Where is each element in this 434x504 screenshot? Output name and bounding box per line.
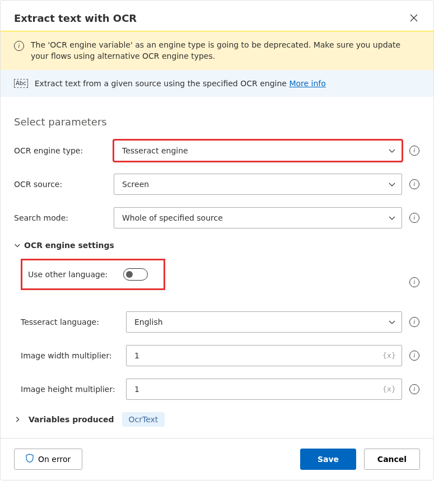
close-button[interactable] bbox=[408, 12, 420, 24]
dialog-body: Select parameters OCR engine type: Tesse… bbox=[1, 97, 433, 438]
ocr-engine-type-label: OCR engine type: bbox=[14, 146, 107, 155]
variable-badge: OcrText bbox=[122, 412, 165, 427]
ocr-engine-type-info[interactable]: i bbox=[409, 145, 420, 156]
cancel-button[interactable]: Cancel bbox=[364, 449, 420, 470]
tesseract-language-dropdown[interactable]: English bbox=[126, 311, 402, 333]
variable-picker-icon[interactable]: {x} bbox=[382, 351, 396, 360]
search-mode-row: Search mode: Whole of specified source i bbox=[14, 207, 420, 228]
chevron-down-icon bbox=[14, 242, 21, 249]
search-mode-dropdown[interactable]: Whole of specified source bbox=[114, 207, 402, 228]
tesseract-language-row: Tesseract language: English i bbox=[21, 311, 420, 333]
chevron-down-icon bbox=[388, 180, 396, 188]
image-height-mult-info[interactable]: i bbox=[409, 384, 420, 395]
ocr-engine-type-row: OCR engine type: Tesseract engine i bbox=[14, 140, 420, 161]
dialog: Extract text with OCR i The 'OCR engine … bbox=[0, 0, 434, 480]
deprecation-warning-banner: i The 'OCR engine variable' as an engine… bbox=[1, 31, 433, 70]
ocr-source-info[interactable]: i bbox=[409, 179, 420, 190]
image-width-mult-info[interactable]: i bbox=[409, 350, 420, 361]
more-info-link[interactable]: More info bbox=[289, 79, 325, 88]
use-other-language-info[interactable]: i bbox=[409, 277, 420, 288]
use-other-language-toggle[interactable] bbox=[123, 268, 148, 281]
chevron-down-icon bbox=[388, 147, 396, 155]
image-width-mult-row: Image width multiplier: 1 {x} i bbox=[21, 345, 420, 366]
ocr-engine-type-dropdown[interactable]: Tesseract engine bbox=[114, 140, 402, 161]
search-mode-label: Search mode: bbox=[14, 213, 107, 222]
tesseract-language-label: Tesseract language: bbox=[21, 318, 119, 326]
image-height-mult-label: Image height multiplier: bbox=[21, 385, 119, 394]
image-width-mult-label: Image width multiplier: bbox=[21, 351, 119, 360]
close-icon bbox=[410, 14, 418, 22]
search-mode-info[interactable]: i bbox=[409, 212, 420, 223]
variables-produced-row[interactable]: Variables produced OcrText bbox=[14, 412, 420, 427]
on-error-button[interactable]: On error bbox=[14, 449, 82, 470]
chevron-right-icon bbox=[14, 416, 21, 423]
variable-picker-icon[interactable]: {x} bbox=[382, 385, 396, 393]
image-height-mult-input[interactable]: 1 {x} bbox=[126, 379, 402, 400]
dialog-header: Extract text with OCR bbox=[1, 1, 433, 31]
image-height-mult-row: Image height multiplier: 1 {x} i bbox=[21, 379, 420, 400]
image-width-mult-input[interactable]: 1 {x} bbox=[126, 345, 402, 366]
tesseract-language-info[interactable]: i bbox=[409, 316, 420, 328]
ocr-source-row: OCR source: Screen i bbox=[14, 174, 420, 195]
dialog-footer: On error Save Cancel bbox=[1, 438, 433, 480]
dialog-title: Extract text with OCR bbox=[14, 12, 137, 24]
description-banner: Abc Extract text from a given source usi… bbox=[1, 70, 433, 97]
use-other-language-row: Use other language: bbox=[21, 259, 165, 290]
use-other-language-label: Use other language: bbox=[28, 270, 108, 279]
ocr-abc-icon: Abc bbox=[14, 79, 28, 88]
description-text: Extract text from a given source using t… bbox=[35, 79, 326, 88]
ocr-source-dropdown[interactable]: Screen bbox=[114, 174, 402, 195]
save-button[interactable]: Save bbox=[300, 449, 356, 470]
shield-icon bbox=[26, 454, 34, 464]
section-title: Select parameters bbox=[14, 116, 420, 128]
warning-message: The 'OCR engine variable' as an engine t… bbox=[31, 39, 420, 62]
chevron-down-icon bbox=[388, 318, 396, 326]
variables-produced-label: Variables produced bbox=[29, 415, 114, 424]
info-icon: i bbox=[14, 40, 24, 51]
chevron-down-icon bbox=[388, 214, 396, 222]
ocr-engine-settings-header[interactable]: OCR engine settings bbox=[14, 241, 420, 250]
ocr-source-label: OCR source: bbox=[14, 180, 107, 189]
